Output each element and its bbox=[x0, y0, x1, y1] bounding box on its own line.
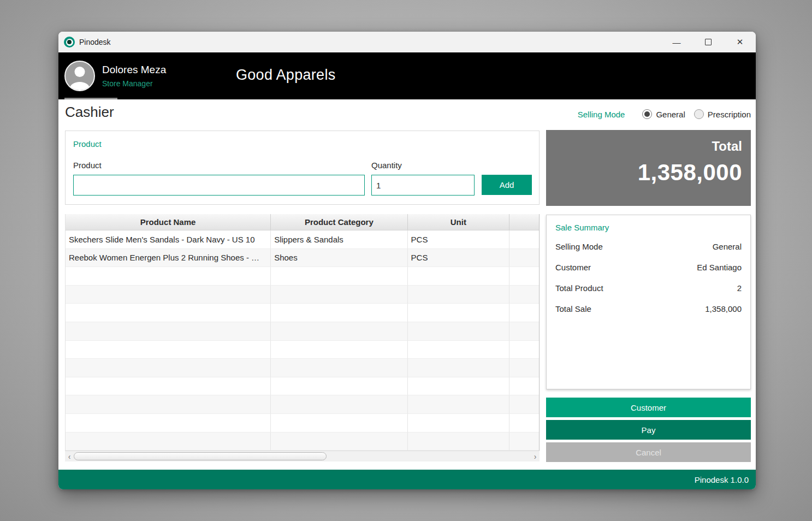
summary-label: Selling Mode bbox=[555, 242, 603, 251]
summary-value: General bbox=[713, 242, 742, 251]
table-header-row: Product NameProduct CategoryUnit bbox=[66, 214, 539, 230]
title-bar: Pinodesk — ✕ bbox=[58, 32, 756, 52]
summary-row-customer: Customer Ed Santiago bbox=[555, 263, 742, 272]
table-row[interactable]: Skechers Slide Men's Sandals - Dark Navy… bbox=[66, 230, 539, 249]
table-cell bbox=[271, 341, 407, 359]
close-icon: ✕ bbox=[737, 37, 744, 47]
table-cell bbox=[509, 286, 539, 304]
close-button[interactable]: ✕ bbox=[724, 32, 756, 52]
radio-prescription-icon[interactable] bbox=[694, 109, 704, 119]
summary-label: Total Sale bbox=[555, 304, 591, 313]
add-button[interactable]: Add bbox=[482, 175, 532, 195]
table-cell bbox=[408, 377, 510, 396]
product-panel: Product Product Quantity Add bbox=[65, 131, 540, 205]
table-cell bbox=[271, 267, 407, 286]
column-header[interactable]: Unit bbox=[408, 214, 510, 230]
table-cell bbox=[66, 304, 271, 322]
table-cell bbox=[66, 414, 271, 433]
horizontal-scrollbar[interactable]: ‹ › bbox=[65, 451, 540, 461]
table-row[interactable]: Reebok Women Energen Plus 2 Running Shoe… bbox=[66, 249, 539, 268]
selling-mode-group: Selling Mode General Prescription bbox=[578, 109, 751, 119]
total-value: 1,358,000 bbox=[546, 159, 742, 186]
summary-label: Customer bbox=[555, 263, 591, 272]
table-cell: Reebok Women Energen Plus 2 Running Shoe… bbox=[66, 249, 271, 268]
table-cell bbox=[509, 304, 539, 322]
table-cell: PCS bbox=[408, 249, 510, 268]
table-cell bbox=[271, 359, 407, 377]
table-cell bbox=[509, 414, 539, 433]
table-cell bbox=[66, 267, 271, 286]
version-text: Pinodesk 1.0.0 bbox=[695, 475, 749, 484]
table-cell bbox=[509, 267, 539, 286]
table-cell bbox=[271, 286, 407, 304]
table-cell bbox=[271, 433, 407, 451]
quantity-input[interactable] bbox=[371, 175, 475, 196]
maximize-icon bbox=[705, 39, 712, 45]
sale-summary-title: Sale Summary bbox=[555, 223, 742, 232]
scroll-right-icon[interactable]: › bbox=[531, 451, 540, 462]
window-title: Pinodesk bbox=[79, 38, 111, 46]
table-row bbox=[66, 341, 539, 359]
store-title: Good Apparels bbox=[236, 67, 336, 84]
table-cell bbox=[408, 359, 510, 377]
cancel-button[interactable]: Cancel bbox=[546, 442, 751, 462]
table-cell bbox=[66, 395, 271, 414]
maximize-button[interactable] bbox=[692, 32, 724, 52]
summary-label: Total Product bbox=[555, 283, 603, 293]
table-row bbox=[66, 286, 539, 304]
table-cell bbox=[66, 433, 271, 451]
product-input[interactable] bbox=[73, 175, 365, 196]
selling-mode-label: Selling Mode bbox=[578, 110, 625, 119]
page-title: Cashier bbox=[65, 104, 114, 121]
summary-row-total-product: Total Product 2 bbox=[555, 283, 742, 293]
table-cell bbox=[408, 286, 510, 304]
table-cell bbox=[509, 249, 539, 268]
main-content: Cashier Selling Mode General Prescriptio… bbox=[58, 99, 756, 470]
table-cell bbox=[408, 304, 510, 322]
user-name: Dolores Meza bbox=[102, 64, 166, 76]
table-cell bbox=[509, 341, 539, 359]
scrollbar-track[interactable] bbox=[74, 451, 531, 462]
radio-option-general[interactable]: General bbox=[642, 109, 685, 119]
summary-row-selling-mode: Selling Mode General bbox=[555, 242, 742, 251]
app-header: Dolores Meza Store Manager Good Apparels bbox=[58, 52, 756, 99]
table-row bbox=[66, 414, 539, 433]
table-cell bbox=[408, 433, 510, 451]
table-cell bbox=[509, 322, 539, 341]
minimize-button[interactable]: — bbox=[661, 32, 692, 52]
customer-button[interactable]: Customer bbox=[546, 398, 751, 417]
user-block: Dolores Meza Store Manager bbox=[64, 61, 166, 91]
app-logo-icon bbox=[64, 37, 75, 48]
table-cell bbox=[408, 341, 510, 359]
user-role: Store Manager bbox=[102, 79, 166, 88]
scrollbar-thumb[interactable] bbox=[74, 452, 327, 460]
table-cell bbox=[271, 304, 407, 322]
table-body: Skechers Slide Men's Sandals - Dark Navy… bbox=[66, 230, 539, 451]
table-cell bbox=[408, 395, 510, 414]
summary-value: 1,358,000 bbox=[705, 304, 742, 313]
table-cell: Skechers Slide Men's Sandals - Dark Navy… bbox=[66, 230, 271, 249]
radio-prescription-label: Prescription bbox=[708, 110, 751, 119]
total-panel: Total 1,358,000 bbox=[546, 130, 751, 206]
radio-general-icon[interactable] bbox=[642, 109, 652, 119]
table-cell bbox=[408, 322, 510, 341]
radio-general-label: General bbox=[656, 110, 685, 119]
table-cell bbox=[408, 267, 510, 286]
scroll-left-icon[interactable]: ‹ bbox=[65, 451, 74, 462]
cart-table: Product NameProduct CategoryUnit Skecher… bbox=[65, 214, 540, 451]
table-row bbox=[66, 359, 539, 377]
radio-option-prescription[interactable]: Prescription bbox=[694, 109, 751, 119]
table-cell bbox=[509, 395, 539, 414]
table-cell bbox=[66, 322, 271, 341]
column-header[interactable] bbox=[509, 214, 539, 230]
summary-value: Ed Santiago bbox=[697, 263, 742, 272]
minimize-icon: — bbox=[673, 38, 681, 47]
table-cell bbox=[271, 377, 407, 396]
sale-summary-panel: Sale Summary Selling Mode General Custom… bbox=[546, 215, 751, 389]
column-header[interactable]: Product Name bbox=[66, 214, 271, 230]
table-cell bbox=[66, 377, 271, 396]
table-cell bbox=[509, 230, 539, 249]
pay-button[interactable]: Pay bbox=[546, 420, 751, 440]
column-header[interactable]: Product Category bbox=[271, 214, 407, 230]
summary-value: 2 bbox=[737, 283, 742, 293]
